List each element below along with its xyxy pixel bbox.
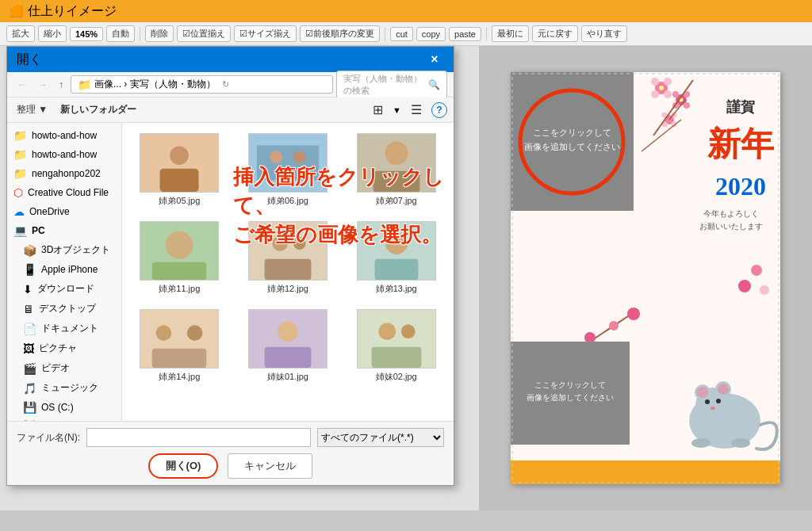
- sidebar-item-documents[interactable]: 📄 ドキュメント: [7, 319, 121, 338]
- iphone-icon: 📱: [23, 263, 36, 276]
- file-thumb-0: [140, 133, 219, 193]
- copy-button[interactable]: copy: [416, 27, 446, 41]
- zoom-auto-button[interactable]: 自動: [106, 25, 135, 42]
- align-pos-button[interactable]: ☑位置揃え: [177, 25, 231, 42]
- svg-rect-16: [265, 259, 312, 280]
- sidebar-item-pictures[interactable]: 🖼 ピクチャ: [7, 338, 121, 358]
- delete-button[interactable]: 削除: [145, 25, 174, 42]
- sidebar-item-desktop[interactable]: 🖥 デスクトップ: [7, 299, 121, 319]
- 3dobject-icon: 📦: [23, 244, 36, 257]
- svg-point-93: [691, 438, 710, 448]
- sidebar-label-1: howto-and-how: [32, 149, 97, 160]
- dialog-title: 開く: [17, 52, 42, 68]
- desktop-icon: 🖥: [23, 303, 34, 315]
- cc-icon: ⬡: [13, 186, 23, 199]
- dialog-close-button[interactable]: ×: [425, 50, 444, 69]
- svg-point-8: [385, 142, 408, 165]
- file-item-3[interactable]: 姉弟11.jpg: [128, 217, 231, 299]
- svg-point-75: [584, 332, 596, 343]
- help-button[interactable]: ?: [431, 102, 447, 118]
- file-item-4[interactable]: 姉弟12.jpg: [237, 217, 339, 299]
- sidebar-label-3dobject: 3Dオブジェクト: [41, 243, 110, 257]
- file-thumb-2: [357, 133, 436, 193]
- sidebar-item-2[interactable]: 📁 nengahonpo202: [7, 164, 121, 183]
- file-grid-area[interactable]: 挿入箇所をクリックして、 ご希望の画像を選択。: [122, 123, 454, 421]
- file-grid: 姉弟05.jpg: [128, 129, 447, 387]
- preview-area: ここをクリックして 画像を追加してください 謹賀 新年 2020 今年もよろしく…: [479, 46, 812, 510]
- folder-icon-1: 📁: [13, 148, 27, 161]
- sidebar-item-1[interactable]: 📁 howto-and-how: [7, 145, 121, 164]
- sidebar-item-music[interactable]: 🎵 ミュージック: [7, 378, 121, 398]
- file-item-2[interactable]: 姉弟07.jpg: [345, 129, 447, 211]
- svg-point-51: [684, 102, 690, 109]
- view-dropdown-icon[interactable]: ▼: [393, 105, 401, 115]
- sidebar-item-download[interactable]: ⬇ ダウンロード: [7, 279, 121, 299]
- nav-search-box[interactable]: 実写（人物・動物）の検索 🔍: [336, 71, 447, 99]
- pc-icon: 💻: [13, 224, 27, 237]
- separator-1: [140, 27, 140, 41]
- file-item-0[interactable]: 姉弟05.jpg: [128, 129, 231, 211]
- svg-point-21: [156, 325, 172, 341]
- sidebar-item-3dobject[interactable]: 📦 3Dオブジェクト: [7, 240, 121, 260]
- svg-point-45: [664, 90, 672, 98]
- file-item-5[interactable]: 姉弟13.jpg: [345, 217, 447, 299]
- organize-button[interactable]: 整理 ▼: [13, 101, 51, 118]
- toolbar-row-1: 拡大 縮小 145% 自動 削除 ☑位置揃え ☑サイズ揃え ☑前後順序の変更 c…: [0, 22, 812, 46]
- svg-point-79: [738, 280, 751, 292]
- file-label-0: 姉弟05.jpg: [159, 195, 200, 207]
- zoom-in-button[interactable]: 拡大: [6, 25, 35, 42]
- nav-path[interactable]: 📁 画像... › 実写（人物・動物） ↻: [71, 75, 333, 94]
- svg-rect-2: [160, 169, 199, 192]
- sidebar-item-video[interactable]: 🎬 ビデオ: [7, 358, 121, 378]
- view-details-button[interactable]: ☰: [408, 101, 425, 119]
- file-item-1[interactable]: 姉弟06.jpg: [237, 129, 339, 211]
- paste-button[interactable]: paste: [449, 27, 481, 41]
- sidebar-label-onedrive: OneDrive: [29, 206, 70, 217]
- cancel-button[interactable]: キャンセル: [228, 453, 312, 479]
- file-item-6[interactable]: 姉弟14.jpg: [128, 305, 231, 387]
- sidebar-item-c-drive[interactable]: 💾 OS (C:): [7, 398, 121, 417]
- svg-point-25: [278, 321, 297, 341]
- documents-icon: 📄: [23, 323, 36, 335]
- sidebar-item-cc[interactable]: ⬡ Creative Cloud File: [7, 183, 121, 202]
- svg-text:画像を追加してください: 画像を追加してください: [524, 142, 620, 151]
- nav-up-button[interactable]: ↑: [55, 77, 67, 93]
- align-size-button[interactable]: ☑サイズ揃え: [234, 25, 297, 42]
- sidebar-item-onedrive[interactable]: ☁ OneDrive: [7, 202, 121, 221]
- file-item-7[interactable]: 姉妹01.jpg: [237, 305, 339, 387]
- svg-point-48: [672, 91, 679, 97]
- file-open-dialog: 開く × ← → ↑ 📁 画像... › 実写（人物・動物） ↻ 実写（人物・動…: [6, 46, 454, 486]
- file-item-8[interactable]: 姉妹02.jpg: [345, 305, 447, 387]
- nav-refresh-icon[interactable]: ↻: [222, 79, 229, 90]
- undo-button[interactable]: 元に戻す: [532, 25, 578, 42]
- filetype-select[interactable]: すべてのファイル(*.*): [317, 428, 444, 447]
- svg-rect-19: [374, 259, 418, 280]
- sidebar-item-pc[interactable]: 💻 PC: [7, 221, 121, 240]
- file-label-7: 姉妹01.jpg: [267, 371, 308, 383]
- open-button[interactable]: 開く(O): [148, 453, 219, 479]
- sidebar-item-0[interactable]: 📁 howto-and-how: [7, 126, 121, 145]
- svg-text:謹賀: 謹賀: [726, 99, 755, 115]
- nav-forward-button[interactable]: →: [34, 77, 52, 93]
- search-icon[interactable]: 🔍: [428, 79, 440, 90]
- dialog-sidebar: 📁 howto-and-how 📁 howto-and-how 📁 nengah…: [7, 123, 122, 421]
- new-folder-button[interactable]: 新しいフォルダー: [57, 101, 140, 118]
- filename-row: ファイル名(N): すべてのファイル(*.*): [17, 428, 444, 447]
- sidebar-item-iphone[interactable]: 📱 Apple iPhone: [7, 260, 121, 279]
- change-order-button[interactable]: ☑前後順序の変更: [300, 25, 380, 42]
- svg-point-1: [170, 146, 190, 165]
- dialog-nav-bar: ← → ↑ 📁 画像... › 実写（人物・動物） ↻ 実写（人物・動物）の検索…: [7, 72, 454, 97]
- redo-button[interactable]: やり直す: [581, 25, 627, 42]
- zoom-out-button[interactable]: 縮小: [38, 25, 67, 42]
- filename-input[interactable]: [86, 428, 311, 447]
- cut-button[interactable]: cut: [390, 27, 413, 41]
- nav-back-button[interactable]: ←: [13, 77, 31, 93]
- svg-point-14: [272, 235, 288, 251]
- svg-text:お願いいたします: お願いいたします: [699, 222, 763, 231]
- first-button[interactable]: 最初に: [492, 25, 529, 42]
- sidebar-label-pc: PC: [32, 225, 45, 236]
- view-icon-button[interactable]: ⊞: [370, 101, 386, 119]
- file-label-3: 姉弟11.jpg: [159, 283, 200, 295]
- onedrive-icon: ☁: [13, 205, 25, 218]
- zoom-value: 145%: [70, 27, 103, 41]
